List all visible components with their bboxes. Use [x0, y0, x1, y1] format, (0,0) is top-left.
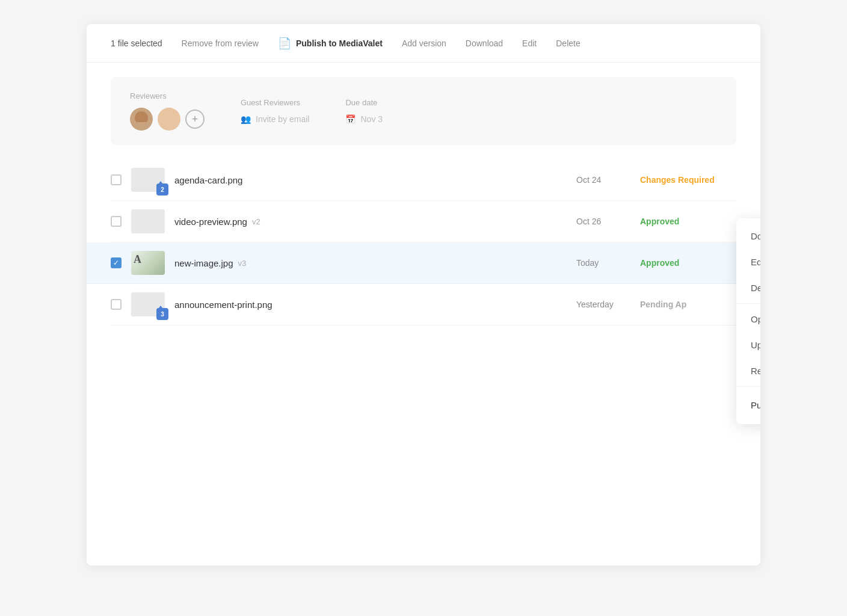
- file-info-2: new-image.jpg v3: [174, 258, 567, 268]
- reviewers-section: Reviewers +: [130, 91, 205, 131]
- ctx-upload-version[interactable]: Upload new version: [736, 332, 760, 358]
- context-menu-divider: [736, 303, 760, 304]
- ctx-open-new-tab[interactable]: Open in new tab: [736, 306, 760, 332]
- invite-placeholder[interactable]: Invite by email: [256, 114, 309, 124]
- thumbnail-0: 2: [131, 168, 165, 192]
- ctx-remove-review[interactable]: Remove from review: [736, 358, 760, 384]
- reviewers-label: Reviewers: [130, 91, 205, 100]
- table-row: 3 announcement-print.png Yesterday Pendi…: [111, 284, 736, 325]
- ctx-edit[interactable]: Edit: [736, 249, 760, 275]
- avatar-2: [158, 108, 180, 131]
- calendar-icon: 📅: [345, 114, 356, 124]
- context-menu: Download Edit Delete Open in new tab Upl…: [736, 218, 760, 424]
- due-date-row: 📅 Nov 3: [345, 114, 383, 124]
- context-menu-divider-2: [736, 386, 760, 387]
- row-checkbox-1[interactable]: [111, 216, 122, 227]
- delete-button[interactable]: Delete: [556, 38, 580, 48]
- file-date-1: Oct 26: [576, 217, 630, 226]
- ctx-download[interactable]: Download: [736, 223, 760, 249]
- table-row: 2 agenda-card.png Oct 24 Changes Require…: [111, 159, 736, 201]
- comment-badge-0: 2: [156, 183, 168, 196]
- thumbnail-1: [131, 209, 165, 233]
- due-date-label: Due date: [345, 98, 383, 107]
- thumbnail-2: [131, 251, 165, 275]
- table-row: new-image.jpg v3 Today Approved Download…: [87, 242, 760, 284]
- file-list: 2 agenda-card.png Oct 24 Changes Require…: [111, 159, 736, 325]
- add-reviewer-button[interactable]: +: [185, 109, 205, 129]
- file-name-3: announcement-print.png: [174, 300, 273, 310]
- edit-button[interactable]: Edit: [522, 38, 537, 48]
- remove-from-review-button[interactable]: Remove from review: [182, 38, 259, 48]
- ctx-publish[interactable]: Publish to MediaValet 🖐: [736, 389, 760, 419]
- file-info-0: agenda-card.png: [174, 175, 567, 185]
- file-name-0: agenda-card.png: [174, 175, 242, 185]
- guest-reviewers-section: Guest Reviewers 👥 Invite by email: [241, 98, 309, 124]
- ctx-delete[interactable]: Delete: [736, 275, 760, 301]
- invite-icon: 👥: [241, 114, 251, 124]
- row-checkbox-2[interactable]: [111, 257, 122, 268]
- file-info-3: announcement-print.png: [174, 300, 567, 310]
- avatar-1: [130, 108, 153, 131]
- add-version-button[interactable]: Add version: [402, 38, 446, 48]
- row-checkbox-0[interactable]: [111, 174, 122, 185]
- publish-label: Publish to MediaValet: [296, 38, 383, 48]
- file-name-1: video-preview.png: [174, 217, 247, 227]
- toolbar: 1 file selected Remove from review 📄 Pub…: [87, 24, 760, 63]
- publish-button[interactable]: 📄 Publish to MediaValet: [278, 37, 383, 50]
- due-date-value[interactable]: Nov 3: [360, 114, 383, 124]
- main-container: 1 file selected Remove from review 📄 Pub…: [87, 24, 760, 565]
- file-status-3: Pending Ap: [640, 300, 736, 309]
- file-date-2: Today: [576, 258, 630, 268]
- guest-reviewers-label: Guest Reviewers: [241, 98, 309, 107]
- comment-badge-3: 3: [156, 308, 168, 320]
- file-version-1: v2: [252, 217, 260, 226]
- file-status-0: Changes Required: [640, 175, 736, 185]
- due-date-section: Due date 📅 Nov 3: [345, 98, 383, 124]
- file-info-1: video-preview.png v2: [174, 217, 567, 227]
- invite-row: 👥 Invite by email: [241, 114, 309, 124]
- file-date-3: Yesterday: [576, 300, 630, 309]
- row-checkbox-3[interactable]: [111, 299, 122, 310]
- reviewers-panel: Reviewers + Guest Reviewers 👥 Invite by …: [111, 77, 736, 145]
- table-row: video-preview.png v2 Oct 26 Approved: [111, 201, 736, 242]
- file-status-2: Approved: [640, 258, 736, 268]
- file-version-2: v3: [238, 259, 247, 268]
- selected-count: 1 file selected: [111, 38, 162, 48]
- file-status-1: Approved: [640, 217, 736, 226]
- publish-icon: 📄: [278, 37, 291, 50]
- avatars-row: +: [130, 108, 205, 131]
- file-name-2: new-image.jpg: [174, 258, 233, 268]
- file-date-0: Oct 24: [576, 175, 630, 185]
- thumbnail-3: 3: [131, 292, 165, 316]
- download-button[interactable]: Download: [466, 38, 503, 48]
